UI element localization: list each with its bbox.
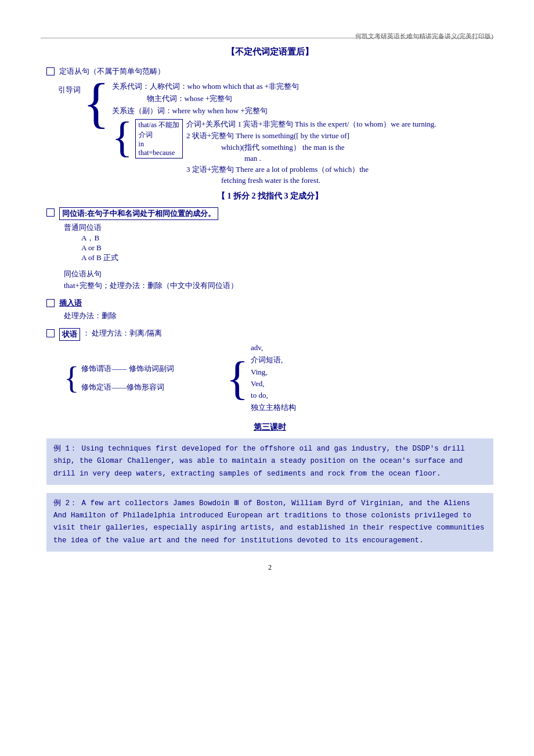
item2-sub1: 普通同位语	[64, 222, 493, 233]
bracket2-line2a: 2 状语+完整句 There is something([ by the vir…	[186, 131, 436, 141]
right-brace-item4: {	[226, 358, 248, 398]
box-content: that/as 不能加 介词 in that=because	[135, 119, 183, 159]
example1-text: Using techniques first developed for the…	[53, 445, 465, 478]
bracket2-line1: 介词+关系代词 1 宾语+非完整句 This is the expert/（to…	[186, 119, 436, 129]
bracket-line1: 关系代词：人称代词：who whom which that as +非完整句	[112, 81, 436, 92]
item2-sub2b: A or B	[81, 243, 493, 253]
item4-left1: 修饰谓语—— 修饰动词副词	[81, 363, 174, 374]
item4-right6: 独立主格结构	[251, 402, 296, 413]
guide-word: 引导词	[58, 85, 81, 95]
item3-section: 插入语 处理办法：删除	[46, 298, 493, 321]
item3-label: 插入语	[59, 298, 82, 308]
box-line3: in	[139, 140, 179, 149]
bracket-line3: 关系连（副）词：where why when how +完整句	[112, 106, 436, 116]
example1-block: 例 1： Using techniques first developed fo…	[46, 438, 493, 485]
example2-label: 例 2：	[53, 499, 77, 507]
item4-right2: 介词短语,	[251, 355, 296, 365]
left-brace-item4: {	[64, 365, 79, 392]
item2-label: 同位语:在句子中和名词处于相同位置的成分。	[59, 207, 218, 220]
left-brace-inner: {	[112, 119, 133, 155]
third-lesson-title-wrap: 第三课时	[46, 422, 493, 433]
item4-left2: 修饰定语——修饰形容词	[81, 382, 174, 393]
example2-text: A few art collectors James Bowdoin Ⅲ of …	[53, 499, 485, 545]
bracket2-line3a: 3 定语+完整句 There are a lot of problems（of …	[186, 164, 436, 175]
checkbox-3	[46, 299, 55, 307]
bracket2-line3b: fetching fresh water is the forest.	[186, 176, 436, 185]
checkbox-2	[46, 208, 55, 217]
bold-center-title: 【 1 拆分 2 找指代 3 定成分】	[46, 191, 493, 201]
bracket-line2: 物主代词：whose +完整句	[112, 93, 436, 104]
checkbox-1	[46, 67, 55, 75]
box-line4: that=because	[139, 149, 179, 157]
example2-block: 例 2： A few art collectors James Bowdoin …	[46, 493, 493, 552]
page: 何凯文考研英语长难句精讲完备讲义(完美打印版) 【不定代词定语置后】 定语从句（…	[0, 0, 534, 756]
item4-right1: adv,	[251, 343, 296, 352]
box-line2: 介词	[139, 130, 179, 140]
item2-sub3: 同位语从句	[64, 269, 493, 279]
item4-desc: ： 处理方法：剥离/隔离	[82, 328, 162, 339]
third-lesson-title: 第三课时	[254, 423, 286, 431]
section-title: 【不定代词定语置后】	[226, 47, 313, 56]
example1-label: 例 1：	[53, 445, 77, 453]
bracket2-line2b: which)(指代 something） the man is the	[186, 142, 436, 153]
item4-section: 状语 ： 处理方法：剥离/隔离 { 修饰谓语—— 修饰动词副词 修饰定语——修饰…	[46, 328, 493, 413]
section-title-box: 【不定代词定语置后】	[46, 46, 493, 57]
item1-label: 定语从句（不属于简单句范畴）	[59, 66, 165, 77]
item1-section: 定语从句（不属于简单句范畴） 引导词 { 关系代词：人称代词：who whom …	[46, 66, 493, 185]
item2-section: 同位语:在句子中和名词处于相同位置的成分。 普通同位语 A，B A or B A…	[46, 207, 493, 291]
left-brace-main: {	[83, 79, 110, 128]
item4-right3: Ving,	[251, 368, 296, 377]
item4-right4: Ved,	[251, 379, 296, 388]
checkbox-4	[46, 329, 55, 337]
item2-sub2a: A，B	[81, 233, 493, 243]
item4-label: 状语	[59, 328, 80, 341]
header-text: 何凯文考研英语长难句精讲完备讲义(完美打印版)	[355, 32, 493, 41]
item2-sub4: that+完整句；处理办法：删除（中文中没有同位语）	[64, 280, 493, 291]
box-line1: that/as 不能加	[139, 120, 179, 130]
item4-right5: to do,	[251, 391, 296, 400]
page-number: 2	[46, 563, 493, 572]
item3-sub: 处理办法：删除	[64, 311, 493, 321]
bracket2-line2c: man .	[186, 154, 436, 163]
item2-sub2c: A of B 正式	[81, 253, 493, 263]
